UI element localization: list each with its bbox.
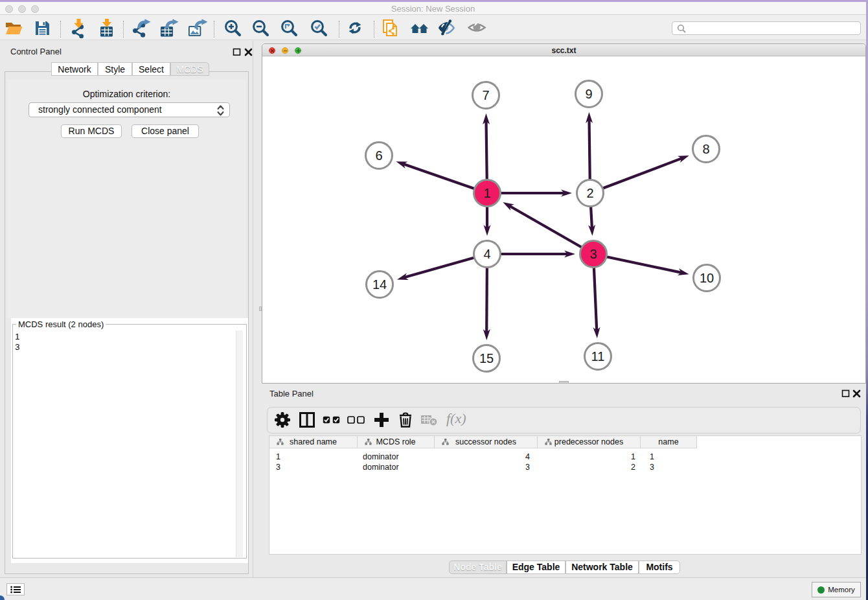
svg-text:4: 4 [483, 247, 490, 261]
svg-text:8: 8 [702, 142, 709, 156]
svg-text:15: 15 [479, 351, 494, 365]
svg-text:11: 11 [591, 349, 605, 363]
svg-text:3: 3 [589, 247, 597, 261]
svg-text:9: 9 [585, 87, 592, 101]
svg-text:7: 7 [482, 88, 489, 102]
svg-text:2: 2 [586, 186, 593, 200]
svg-text:14: 14 [372, 277, 387, 292]
svg-text:6: 6 [375, 148, 382, 163]
svg-text:10: 10 [700, 271, 714, 285]
svg-text:1: 1 [483, 186, 490, 200]
